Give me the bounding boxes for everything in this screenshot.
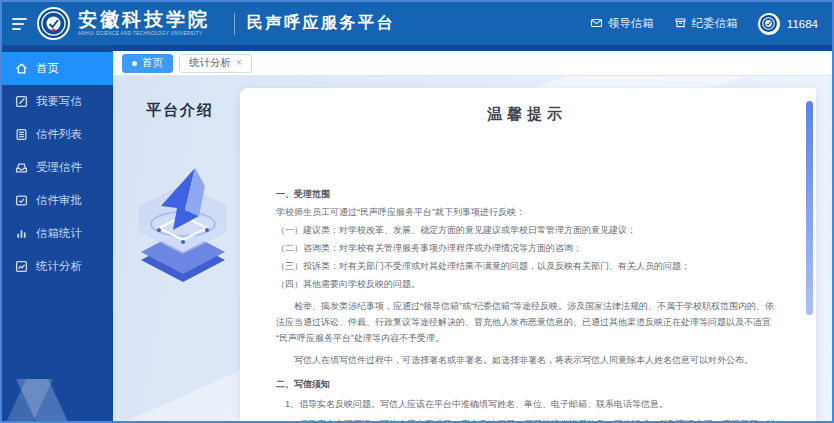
main-row: 首页 我要写信 信件列表 受理信件 bbox=[2, 45, 832, 421]
avatar-seal-icon bbox=[762, 17, 775, 30]
notice-card: 温馨提示 一、受理范围 学校师生员工可通过“民声呼应服务平台”就下列事项进行反映… bbox=[240, 88, 816, 421]
tab-close-icon[interactable]: × bbox=[236, 58, 242, 68]
sidebar-item-label: 我要写信 bbox=[36, 94, 82, 109]
tab-label: 首页 bbox=[142, 56, 163, 70]
panel-title: 平台介绍 bbox=[131, 101, 233, 120]
university-name-block: 安徽科技学院 ANHUI SCIENCE AND TECHNOLOGY UNIV… bbox=[78, 10, 210, 37]
user-area[interactable]: 11684 bbox=[758, 13, 818, 35]
section-heading: 一、受理范围 bbox=[276, 186, 778, 202]
sidebar-item-mailbox-stats[interactable]: 信箱统计 bbox=[2, 217, 113, 250]
menu-collapse-icon[interactable] bbox=[12, 18, 27, 30]
sidebar-item-letter-approval[interactable]: 信件审批 bbox=[2, 184, 113, 217]
discipline-mailbox-label: 纪委信箱 bbox=[692, 16, 738, 31]
sidebar-nav: 首页 我要写信 信件列表 受理信件 bbox=[2, 45, 113, 421]
mailbox-icon bbox=[674, 17, 687, 31]
university-seal-icon bbox=[41, 11, 66, 36]
discipline-mailbox-link[interactable]: 纪委信箱 bbox=[674, 16, 738, 31]
sidebar-item-label: 信件列表 bbox=[36, 127, 82, 142]
platform-title: 民声呼应服务平台 bbox=[247, 13, 395, 34]
inbox-tray-icon bbox=[15, 161, 28, 174]
paragraph: 1、倡导实名反映问题。写信人应该在平台中准确填写姓名、单位、电子邮箱、联系电话等… bbox=[276, 396, 778, 412]
sidebar-item-label: 首页 bbox=[36, 61, 59, 76]
paragraph: 2、倡导真实文明用语。写信人应实事求是、真实反映问题，尽可能提供详尽信息，明确诉… bbox=[276, 416, 778, 421]
sidebar-item-home[interactable]: 首页 bbox=[2, 52, 113, 85]
sidebar-item-label: 统计分析 bbox=[36, 259, 82, 274]
tab-statistical-analysis[interactable]: 统计分析 × bbox=[179, 54, 252, 73]
header-right: 领导信箱 纪委信箱 11684 bbox=[590, 13, 818, 35]
sidebar-item-write-letter[interactable]: 我要写信 bbox=[2, 85, 113, 118]
university-logo bbox=[37, 7, 70, 40]
leader-mailbox-link[interactable]: 领导信箱 bbox=[590, 16, 654, 31]
line-chart-icon bbox=[15, 260, 28, 273]
section-heading: 二、写信须知 bbox=[276, 376, 778, 392]
envelope-icon bbox=[590, 17, 603, 31]
content-body: 平台介绍 bbox=[113, 76, 832, 421]
top-header: 安徽科技学院 ANHUI SCIENCE AND TECHNOLOGY UNIV… bbox=[2, 2, 832, 45]
paragraph: 学校师生员工可通过“民声呼应服务平台”就下列事项进行反映： bbox=[276, 204, 778, 220]
tab-bar: 首页 统计分析 × bbox=[113, 51, 832, 76]
approval-check-icon bbox=[15, 194, 28, 207]
tab-label: 统计分析 bbox=[189, 56, 231, 70]
home-icon bbox=[15, 62, 28, 75]
card-scrollbar-thumb[interactable] bbox=[806, 101, 813, 315]
sidebar-item-label: 信件审批 bbox=[36, 193, 82, 208]
university-name: 安徽科技学院 bbox=[78, 10, 210, 29]
tab-home[interactable]: 首页 bbox=[122, 54, 173, 73]
sidebar-item-label: 信箱统计 bbox=[36, 226, 82, 241]
isometric-cube-illustration bbox=[133, 146, 233, 291]
user-id: 11684 bbox=[787, 18, 818, 30]
paragraph: 写信人在填写信件过程中，可选择署名或非署名。如选择非署名，将表示写信人同意除本人… bbox=[276, 352, 778, 368]
notice-card-title: 温馨提示 bbox=[276, 105, 778, 124]
paragraph: （四）其他需要向学校反映的问题。 bbox=[276, 276, 778, 292]
leader-mailbox-label: 领导信箱 bbox=[608, 16, 654, 31]
paragraph: （一）建议类：对学校改革、发展、稳定方面的意见建议或学校日常管理方面的意见建议； bbox=[276, 222, 778, 238]
content-column: 首页 统计分析 × 平台介绍 bbox=[113, 45, 832, 421]
paragraph: （三）投诉类：对有关部门不受理或对其处理结果不满意的问题，以及反映有关部门、有关… bbox=[276, 258, 778, 274]
app-window: 安徽科技学院 ANHUI SCIENCE AND TECHNOLOGY UNIV… bbox=[0, 0, 834, 423]
sidebar-item-statistical-analysis[interactable]: 统计分析 bbox=[2, 250, 113, 283]
bar-chart-icon bbox=[15, 227, 28, 240]
platform-intro-panel: 平台介绍 bbox=[131, 88, 233, 421]
write-letter-icon bbox=[15, 95, 28, 108]
header-divider bbox=[234, 13, 235, 35]
university-name-en: ANHUI SCIENCE AND TECHNOLOGY UNIVERSITY bbox=[78, 32, 210, 37]
platform-illustration bbox=[133, 146, 233, 295]
tab-active-dot-icon bbox=[132, 61, 137, 66]
sidebar-item-label: 受理信件 bbox=[36, 160, 82, 175]
letter-list-icon bbox=[15, 128, 28, 141]
sidebar-item-accept-letter[interactable]: 受理信件 bbox=[2, 151, 113, 184]
paragraph: （二）咨询类：对学校有关管理服务事项办理程序或办理情况等方面的咨询； bbox=[276, 240, 778, 256]
sidebar-item-letter-list[interactable]: 信件列表 bbox=[2, 118, 113, 151]
user-avatar bbox=[758, 13, 780, 35]
paragraph: 检举、揭发类涉纪事项，应通过“领导信箱”或“纪委信箱”等途径反映。涉及国家法律法… bbox=[276, 298, 778, 346]
